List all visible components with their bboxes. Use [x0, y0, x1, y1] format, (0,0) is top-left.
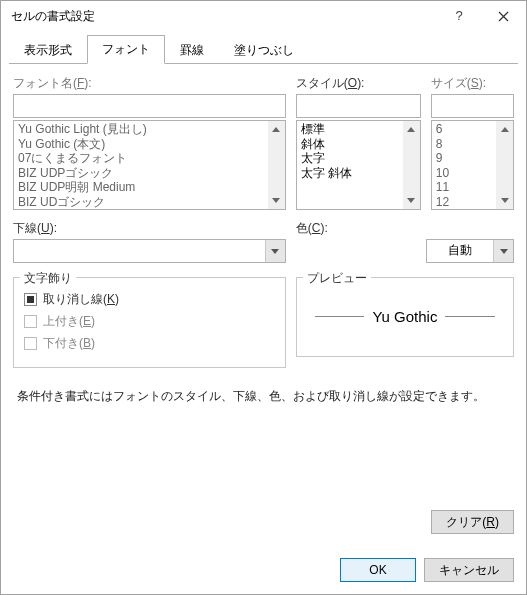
list-item[interactable]: BIZ UDP明朝 Medium: [18, 180, 264, 195]
tab-font[interactable]: フォント: [87, 35, 165, 64]
help-button[interactable]: ?: [436, 1, 481, 31]
dialog-title: セルの書式設定: [11, 8, 436, 25]
size-items: 689101112: [432, 121, 496, 209]
svg-marker-5: [271, 249, 279, 254]
list-item[interactable]: 太字: [301, 151, 399, 166]
superscript-checkbox[interactable]: 上付き(E): [24, 313, 275, 330]
color-value: 自動: [427, 240, 493, 262]
preview-group: プレビュー Yu Gothic: [296, 277, 514, 357]
underline-label: 下線(U):: [13, 220, 286, 237]
preview-box: Yu Gothic: [307, 286, 503, 346]
scroll-down-icon[interactable]: [403, 192, 420, 209]
size-scrollbar[interactable]: [496, 121, 513, 209]
scroll-thumb[interactable]: [403, 138, 420, 192]
scroll-up-icon[interactable]: [403, 121, 420, 138]
tab-content: フォント名(F): Yu Gothic Light (見出し)Yu Gothic…: [1, 65, 526, 378]
preview-legend: プレビュー: [303, 270, 371, 287]
svg-marker-6: [407, 127, 415, 132]
scroll-up-icon[interactable]: [268, 121, 285, 138]
list-item[interactable]: BIZ UDゴシック: [18, 195, 264, 210]
subscript-checkbox[interactable]: 下付き(B): [24, 335, 275, 352]
font-name-label: フォント名(F):: [13, 75, 286, 92]
effects-group: 文字飾り 取り消し線(K) 上付き(E) 下付き(B): [13, 277, 286, 368]
help-icon: ?: [454, 9, 464, 23]
list-item[interactable]: 10: [436, 166, 492, 181]
scroll-down-icon[interactable]: [268, 192, 285, 209]
list-item[interactable]: 11: [436, 180, 492, 195]
tab-fill[interactable]: 塗りつぶし: [219, 36, 309, 65]
list-item[interactable]: 6: [436, 122, 492, 137]
right-column: スタイル(O): 標準斜体太字太字 斜体 サイズ(S):: [296, 75, 514, 368]
bottom-area: クリア(R) OK キャンセル: [1, 502, 526, 594]
style-size-row: スタイル(O): 標準斜体太字太字 斜体 サイズ(S):: [296, 75, 514, 210]
strike-checkbox[interactable]: 取り消し線(K): [24, 291, 275, 308]
list-item[interactable]: 斜体: [301, 137, 399, 152]
list-item[interactable]: 12: [436, 195, 492, 210]
scroll-down-icon[interactable]: [496, 192, 513, 209]
list-item[interactable]: 8: [436, 137, 492, 152]
svg-marker-3: [272, 127, 280, 132]
underline-combo[interactable]: [13, 239, 286, 263]
preview-baseline-right: [445, 316, 495, 317]
superscript-checkbox-box: [24, 315, 37, 328]
underline-value: [14, 240, 265, 262]
chevron-down-icon: [271, 249, 279, 254]
style-label: スタイル(O):: [296, 75, 421, 92]
list-item[interactable]: Yu Gothic (本文): [18, 137, 264, 152]
titlebar: セルの書式設定 ?: [1, 1, 526, 31]
size-input[interactable]: [431, 94, 514, 118]
scroll-thumb[interactable]: [268, 138, 285, 192]
svg-marker-4: [272, 198, 280, 203]
superscript-label: 上付き(E): [43, 313, 95, 330]
list-item[interactable]: BIZ UDPゴシック: [18, 166, 264, 181]
tab-border-line: [9, 63, 518, 64]
list-item[interactable]: 標準: [301, 122, 399, 137]
preview-text: Yu Gothic: [372, 308, 437, 325]
list-item[interactable]: 9: [436, 151, 492, 166]
scroll-up-icon[interactable]: [496, 121, 513, 138]
tab-strip: 表示形式 フォント 罫線 塗りつぶし: [1, 31, 526, 64]
list-item[interactable]: 07にくまるフォント: [18, 151, 264, 166]
svg-marker-7: [407, 198, 415, 203]
style-input[interactable]: [296, 94, 421, 118]
size-label: サイズ(S):: [431, 75, 514, 92]
chevron-down-icon: [500, 249, 508, 254]
subscript-label: 下付き(B): [43, 335, 95, 352]
tab-display[interactable]: 表示形式: [9, 36, 87, 65]
tab-border[interactable]: 罫線: [165, 36, 219, 65]
underline-dropdown-button[interactable]: [265, 240, 285, 262]
left-column: フォント名(F): Yu Gothic Light (見出し)Yu Gothic…: [13, 75, 286, 368]
style-scrollbar[interactable]: [403, 121, 420, 209]
scroll-thumb[interactable]: [496, 138, 513, 192]
list-item[interactable]: Yu Gothic Light (見出し): [18, 122, 264, 137]
ok-button[interactable]: OK: [340, 558, 416, 582]
cancel-button[interactable]: キャンセル: [424, 558, 514, 582]
svg-text:?: ?: [455, 9, 462, 23]
color-combo[interactable]: 自動: [426, 239, 514, 263]
effects-legend: 文字飾り: [20, 270, 76, 287]
color-dropdown-button[interactable]: [493, 240, 513, 262]
strike-label: 取り消し線(K): [43, 291, 119, 308]
color-label: 色(C):: [296, 220, 514, 237]
font-list-scrollbar[interactable]: [268, 121, 285, 209]
svg-marker-9: [501, 198, 509, 203]
font-name-list[interactable]: Yu Gothic Light (見出し)Yu Gothic (本文)07にくま…: [13, 120, 286, 210]
close-icon: [498, 11, 509, 22]
strike-checkbox-box: [24, 293, 37, 306]
font-name-items: Yu Gothic Light (見出し)Yu Gothic (本文)07にくま…: [14, 121, 268, 209]
style-list[interactable]: 標準斜体太字太字 斜体: [296, 120, 421, 210]
svg-marker-10: [500, 249, 508, 254]
note-text: 条件付き書式にはフォントのスタイル、下線、色、および取り消し線が設定できます。: [1, 378, 526, 415]
list-item[interactable]: 太字 斜体: [301, 166, 399, 181]
svg-marker-8: [501, 127, 509, 132]
close-button[interactable]: [481, 1, 526, 31]
preview-baseline-left: [315, 316, 365, 317]
subscript-checkbox-box: [24, 337, 37, 350]
font-name-input[interactable]: [13, 94, 286, 118]
dialog-window: セルの書式設定 ? 表示形式 フォント 罫線 塗りつぶし フォント名(F): Y…: [0, 0, 527, 595]
clear-button[interactable]: クリア(R): [431, 510, 514, 534]
style-items: 標準斜体太字太字 斜体: [297, 121, 403, 209]
size-list[interactable]: 689101112: [431, 120, 514, 210]
